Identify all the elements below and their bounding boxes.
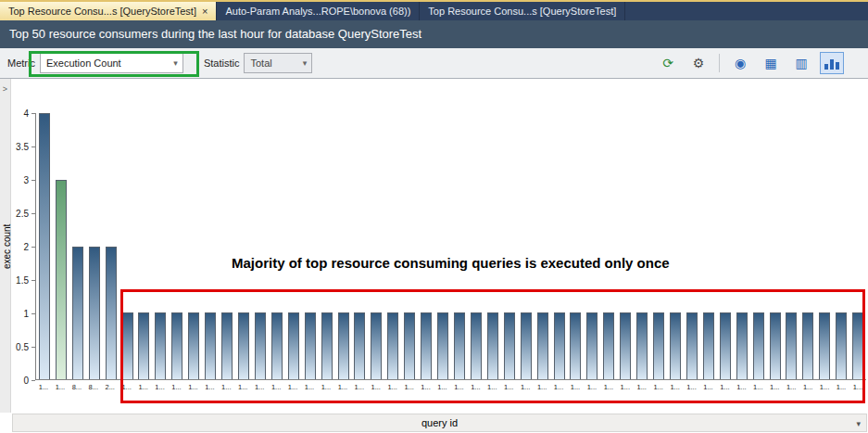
bar[interactable] [404, 312, 415, 379]
x-tick-label: 8... [85, 383, 102, 391]
bar[interactable] [586, 312, 598, 379]
bar[interactable] [603, 312, 614, 379]
bar[interactable] [89, 247, 100, 380]
bar-slot [518, 113, 535, 379]
bar-slot [535, 113, 551, 379]
x-tick-label: 1... [849, 383, 866, 391]
track-query-icon[interactable]: ◉ [728, 52, 752, 74]
x-tick-label: 1... [152, 383, 169, 391]
bar-slot [418, 113, 434, 379]
bar-slot [103, 113, 120, 379]
bar[interactable] [487, 312, 498, 379]
refresh-icon[interactable]: ⟳ [656, 52, 680, 74]
chevron-down-icon: ▾ [169, 58, 182, 68]
bar[interactable] [819, 312, 830, 379]
bar[interactable] [321, 312, 333, 379]
x-axis-footer[interactable]: query id ▾ [12, 414, 867, 432]
x-tick-label: 1... [201, 383, 218, 391]
bar[interactable] [72, 247, 83, 380]
bar[interactable] [221, 312, 233, 379]
bar[interactable] [770, 312, 781, 379]
y-tick-label: 1 [23, 309, 29, 319]
bar[interactable] [421, 312, 432, 379]
bar[interactable] [238, 312, 249, 379]
bar[interactable] [437, 312, 448, 379]
tab-auto-param-analysis[interactable]: Auto-Param Analys...ROPE\bonova (68)) [217, 2, 420, 20]
bar[interactable] [836, 312, 847, 379]
bar[interactable] [454, 312, 465, 379]
bar[interactable] [338, 312, 349, 379]
x-tick-label: 1... [234, 383, 251, 391]
bar-slot [717, 113, 734, 379]
bar-slot [352, 113, 369, 379]
view-chart-icon[interactable] [820, 52, 844, 74]
bar-slot [235, 113, 252, 379]
bar[interactable] [188, 312, 199, 379]
x-tick-label: 1... [517, 383, 534, 391]
bar[interactable] [288, 312, 299, 379]
metric-label: Metric [7, 57, 35, 69]
y-tick-label: 2 [23, 242, 29, 252]
x-tick-label: 1... [401, 383, 418, 391]
y-tick-label: 0 [23, 376, 29, 386]
close-icon[interactable]: × [202, 6, 208, 17]
bar[interactable] [753, 312, 764, 379]
bar[interactable] [106, 247, 117, 380]
bar[interactable] [736, 312, 748, 379]
bar[interactable] [852, 312, 863, 379]
toolbar-icons: ⟳⚙◉▦▥ [656, 52, 861, 74]
bar-slot [816, 113, 833, 379]
bar[interactable] [537, 312, 548, 379]
bar[interactable] [670, 312, 681, 379]
bar[interactable] [786, 312, 797, 379]
bar[interactable] [471, 312, 482, 379]
bar[interactable] [620, 312, 631, 379]
bar[interactable] [354, 312, 365, 379]
bar[interactable] [554, 312, 565, 379]
metric-dropdown[interactable]: Execution Count ▾ [40, 53, 183, 73]
y-tick-label: 3.5 [16, 142, 29, 152]
bar[interactable] [138, 312, 149, 379]
bar-slot [185, 113, 202, 379]
bar[interactable] [720, 312, 731, 379]
chart-area: > exec count 00.511.522.533.54 1...1...8… [0, 79, 868, 433]
chevron-right-icon: > [3, 84, 7, 94]
x-tick-label: 1... [766, 383, 783, 391]
bar[interactable] [387, 312, 398, 379]
bar[interactable] [802, 312, 813, 379]
view-grid-icon[interactable]: ▦ [759, 52, 783, 74]
x-tick-label: 1... [799, 383, 816, 391]
tab-top-resource-consumers-2[interactable]: Top Resource Consu...s [QueryStoreTest] [420, 2, 625, 20]
bar[interactable] [521, 312, 532, 379]
bar[interactable] [570, 312, 581, 379]
bar[interactable] [703, 312, 714, 379]
bar[interactable] [636, 312, 648, 379]
x-tick-label: 1... [218, 383, 234, 391]
y-tick-label: 0.5 [16, 342, 29, 352]
x-tick-label: 1... [667, 383, 684, 391]
bar-slot [368, 113, 384, 379]
bar[interactable] [122, 312, 133, 379]
bar[interactable] [205, 312, 216, 379]
bar[interactable] [56, 180, 67, 379]
bar[interactable] [371, 312, 382, 379]
x-labels: 1...1...8...8...2...1...1...1...1...1...… [35, 383, 866, 391]
bar[interactable] [171, 312, 182, 379]
bar[interactable] [271, 312, 283, 379]
x-tick-label: 1... [600, 383, 617, 391]
bar[interactable] [686, 312, 698, 379]
bar[interactable] [255, 312, 266, 379]
bar[interactable] [39, 113, 50, 379]
view-grid-details-icon[interactable]: ▥ [789, 52, 813, 74]
statistic-dropdown[interactable]: Total ▾ [244, 53, 312, 73]
bar[interactable] [653, 312, 664, 379]
bar[interactable] [155, 312, 166, 379]
bar[interactable] [504, 312, 515, 379]
tab-top-resource-consumers[interactable]: Top Resource Consu...s [QueryStoreTest] … [0, 2, 217, 20]
settings-icon[interactable]: ⚙ [686, 52, 711, 74]
x-tick-label: 1... [52, 383, 69, 391]
bar-slot [667, 113, 684, 379]
report-title: Top 50 resource consumers during the las… [0, 20, 868, 48]
x-tick-label: 1... [733, 383, 749, 391]
bar[interactable] [305, 312, 316, 379]
